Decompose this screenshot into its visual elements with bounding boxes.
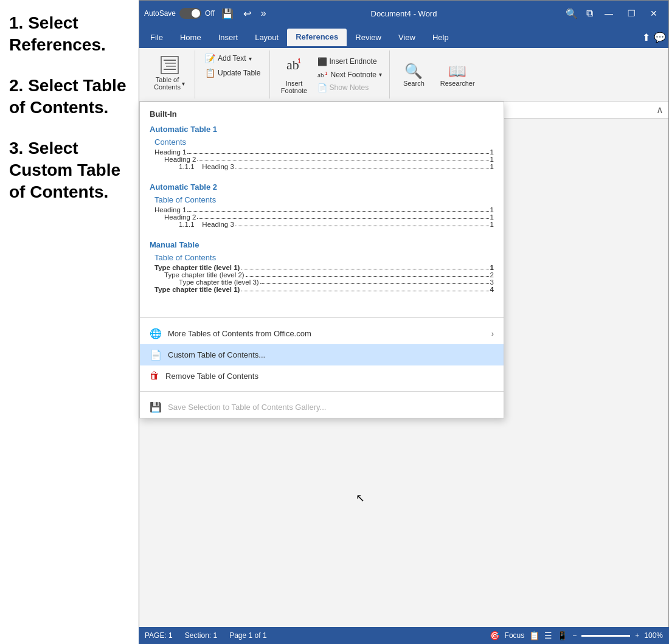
tab-file[interactable]: File — [142, 29, 172, 46]
manual-table-block[interactable]: Manual Table Table of Contents Type chap… — [150, 240, 494, 293]
toc-dropdown-menu: Built-In Automatic Table 1 Contents Head… — [139, 102, 504, 418]
toc-sub-group: 📝 Add Text ▾ 📋 Update Table — [196, 50, 270, 99]
insert-footnote-button[interactable]: ab 1 InsertFootnote — [276, 52, 313, 97]
more-toc-arrow: › — [491, 329, 494, 338]
toc-sub-buttons: 📝 Add Text ▾ 📋 Update Table — [201, 52, 265, 80]
next-footnote-button[interactable]: ab 1 Next Footnote ▾ — [315, 69, 384, 81]
tab-insert[interactable]: Insert — [210, 29, 247, 46]
auto-table2-block[interactable]: Automatic Table 2 Table of Contents Head… — [150, 182, 494, 228]
more-icon[interactable]: » — [258, 7, 269, 20]
add-text-icon: 📝 — [205, 54, 215, 63]
zoom-percent: 100% — [644, 631, 663, 640]
title-bar-left: AutoSave Off 💾 ↩ » — [144, 7, 274, 21]
zoom-slider — [581, 635, 630, 637]
research-close-button[interactable]: ∧ — [656, 104, 664, 116]
search-titlebar-icon[interactable]: 🔍 — [563, 7, 581, 21]
autosave-state: Off — [205, 9, 215, 18]
zoom-minus[interactable]: − — [572, 631, 577, 640]
next-footnote-icon: ab 1 — [317, 70, 328, 80]
footnote-right: ⬛ Insert Endnote ab 1 Next Footnote ▾ 📄 … — [315, 56, 384, 94]
svg-text:ab: ab — [317, 71, 324, 78]
autosave-toggle[interactable] — [179, 8, 201, 19]
insert-endnote-icon: ⬛ — [317, 57, 327, 66]
tab-home[interactable]: Home — [172, 29, 210, 46]
undo-icon[interactable]: ↩ — [240, 7, 254, 21]
tab-review[interactable]: Review — [347, 29, 390, 46]
manual-line4: Type chapter title (level 1)4 — [154, 286, 494, 293]
builtin-header: Built-In — [150, 109, 494, 119]
menu-divider2 — [140, 391, 504, 392]
restore-button[interactable]: ❐ — [622, 7, 642, 20]
tab-help[interactable]: Help — [424, 29, 457, 46]
restore-icon[interactable]: ⧉ — [583, 7, 596, 20]
custom-toc-label: Custom Table of Contents... — [168, 350, 265, 359]
search-label: Search — [403, 80, 425, 87]
search-button[interactable]: 🔍 Search — [398, 61, 429, 89]
search-researcher-group: 🔍 Search 📖 Researcher — [391, 50, 487, 99]
minimize-button[interactable]: — — [598, 7, 619, 20]
auto-table2-header: Automatic Table 2 — [150, 182, 494, 192]
comment-icon[interactable]: 💬 — [654, 32, 666, 43]
search-icon: 🔍 — [404, 63, 423, 80]
manual-line3: Type chapter title (level 3)3 — [154, 279, 494, 286]
remove-toc-label: Remove Table of Contents — [165, 372, 258, 381]
toc-dropdown-arrow: ▾ — [182, 80, 185, 87]
custom-toc-icon: 📄 — [150, 349, 162, 361]
cursor: ↖ — [356, 491, 365, 505]
tab-layout[interactable]: Layout — [246, 29, 287, 46]
menu-divider1 — [140, 317, 504, 318]
zoom-plus[interactable]: + — [635, 631, 639, 640]
page-count-status: Page 1 of 1 — [229, 631, 266, 640]
svg-text:1: 1 — [297, 57, 301, 64]
close-button[interactable]: ✕ — [644, 7, 664, 20]
custom-toc-button[interactable]: 📄 Custom Table of Contents... — [140, 344, 504, 365]
tab-references[interactable]: References — [287, 29, 347, 46]
step2: 2. Select Table of Contents. — [9, 75, 130, 119]
auto-table1-block[interactable]: Automatic Table 1 Contents Heading 11 He… — [150, 125, 494, 170]
ribbon-content: Table ofContents ▾ 📝 Add Text ▾ 📋 Update… — [139, 48, 668, 102]
auto-table1-line3: 1.1.1 Heading 31 — [154, 163, 494, 170]
add-text-button[interactable]: 📝 Add Text ▾ — [201, 52, 265, 65]
focus-icon[interactable]: 🎯 — [490, 631, 500, 640]
zoom-bar[interactable] — [581, 635, 630, 637]
tab-view[interactable]: View — [390, 29, 424, 46]
toc-icon — [159, 54, 181, 76]
title-bar-right: 🔍 ⧉ — ❐ ✕ — [534, 7, 664, 21]
manual-line2: Type chapter title (level 2)2 — [154, 271, 494, 279]
auto-table1-title: Contents — [154, 137, 494, 147]
show-notes-button[interactable]: 📄 Show Notes — [315, 82, 384, 94]
more-toc-icon: 🌐 — [150, 328, 162, 339]
remove-toc-icon: 🗑 — [150, 370, 159, 381]
update-table-label: Update Table — [218, 69, 261, 77]
share-icon[interactable]: ⬆ — [642, 32, 650, 43]
insert-endnote-button[interactable]: ⬛ Insert Endnote — [315, 56, 384, 68]
table-of-contents-button[interactable]: Table ofContents ▾ — [149, 52, 190, 93]
save-selection-icon: 💾 — [150, 401, 162, 413]
auto-table1-line2: Heading 21 — [154, 156, 494, 163]
researcher-button[interactable]: 📖 Researcher — [435, 61, 480, 89]
more-toc-label: More Tables of Contents from Office.com — [168, 329, 311, 338]
more-toc-button[interactable]: 🌐 More Tables of Contents from Office.co… — [140, 323, 504, 344]
auto-table2-line3: 1.1.1 Heading 31 — [154, 221, 494, 228]
show-notes-label: Show Notes — [330, 83, 369, 92]
layout-icon2[interactable]: ☰ — [544, 631, 552, 640]
focus-label: Focus — [505, 631, 525, 640]
auto-table2-line2: Heading 21 — [154, 213, 494, 221]
section-status: Section: 1 — [185, 631, 217, 640]
insert-footnote-label: InsertFootnote — [281, 80, 307, 94]
toc-group: Table ofContents ▾ — [144, 50, 195, 99]
footnote-icon: ab 1 — [285, 55, 303, 80]
remove-toc-button[interactable]: 🗑 Remove Table of Contents — [140, 365, 504, 386]
autosave-label: AutoSave — [144, 9, 176, 18]
update-table-button[interactable]: 📋 Update Table — [201, 66, 265, 80]
layout-icon3[interactable]: 📱 — [557, 631, 567, 640]
save-icon[interactable]: 💾 — [218, 7, 237, 21]
toc-button-label: Table ofContents — [154, 76, 181, 91]
auto-table2-line1: Heading 11 — [154, 206, 494, 213]
auto-table1-line1: Heading 11 — [154, 148, 494, 156]
show-notes-icon: 📄 — [317, 83, 327, 92]
update-table-icon: 📋 — [205, 68, 215, 78]
document-title: Document4 - Word — [274, 9, 534, 18]
next-footnote-label: Next Footnote — [331, 71, 376, 79]
layout-icon1[interactable]: 📋 — [529, 631, 539, 640]
